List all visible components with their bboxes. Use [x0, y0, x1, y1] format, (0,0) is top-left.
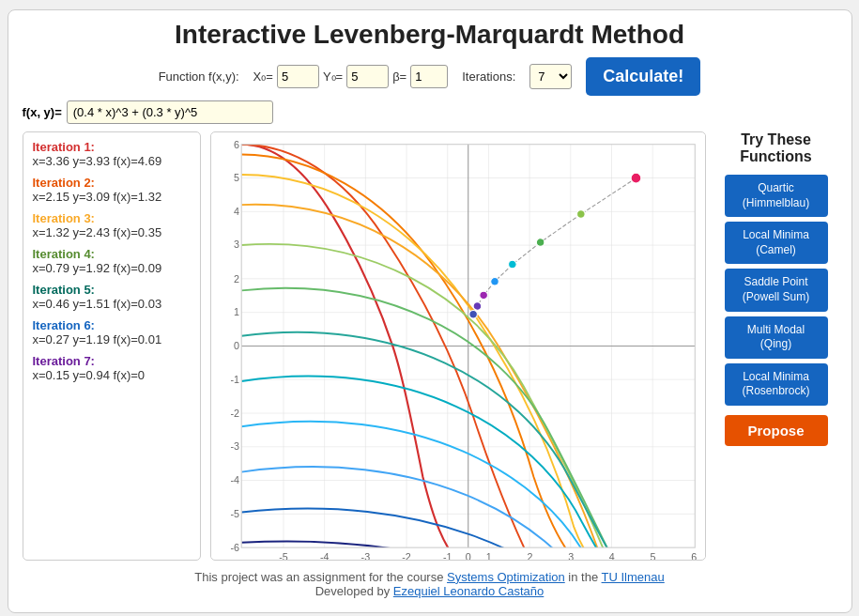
function-input[interactable]	[67, 100, 273, 124]
content-area: Iteration 1:x=3.36 y=3.93 f(x)=4.69Itera…	[23, 131, 837, 561]
footer: This project was an assignment for the c…	[23, 570, 837, 598]
svg-point-57	[631, 173, 641, 183]
svg-text:-4: -4	[230, 474, 239, 485]
iteration-label: Iteration 3:	[33, 211, 95, 225]
iteration-values: x=0.15 y=0.94 f(x)=0	[33, 368, 146, 382]
svg-text:2: 2	[234, 273, 239, 285]
svg-text:0: 0	[465, 551, 470, 560]
iterations-label: Iterations:	[462, 69, 515, 84]
beta-input[interactable]	[410, 65, 448, 88]
svg-text:6: 6	[691, 551, 697, 560]
main-container: Interactive Levenberg-Marquardt Method F…	[8, 9, 852, 613]
footer-link1[interactable]: Systems Optimization	[447, 570, 565, 584]
func-btn-qing[interactable]: Multi Modal (Qing)	[725, 316, 828, 359]
svg-text:1: 1	[234, 306, 239, 317]
iteration-label: Iteration 6:	[33, 318, 95, 332]
beta-label: β=	[392, 69, 406, 84]
svg-point-60	[508, 260, 516, 269]
iteration-item-6: Iteration 6:x=0.27 y=1.19 f(x)=0.01	[33, 318, 191, 346]
svg-point-59	[536, 239, 545, 247]
svg-text:-3: -3	[360, 551, 370, 560]
footer-text3: Developed by	[315, 584, 393, 598]
iteration-item-5: Iteration 5:x=0.46 y=1.51 f(x)=0.03	[33, 283, 191, 311]
function-label: Function f(x,y):	[159, 69, 239, 84]
svg-point-62	[479, 291, 487, 300]
x0-input[interactable]	[277, 65, 319, 88]
iteration-label: Iteration 4:	[33, 247, 95, 261]
func-btn-powell[interactable]: Saddle Point (Powell Sum)	[725, 269, 828, 311]
guess-group: X₀= Y₀= β=	[253, 65, 449, 88]
svg-text:-1: -1	[442, 551, 452, 560]
svg-text:-2: -2	[402, 551, 411, 560]
iteration-values: x=0.27 y=1.19 f(x)=0.01	[33, 332, 162, 346]
svg-text:-5: -5	[279, 551, 288, 560]
right-panel: Try These Functions Quartic (Himmelblau)…	[715, 131, 837, 561]
svg-text:0: 0	[234, 340, 239, 351]
function-row: f(x, y)=	[23, 100, 837, 124]
svg-text:-6: -6	[230, 542, 239, 553]
svg-text:-2: -2	[230, 408, 239, 419]
iteration-values: x=1.32 y=2.43 f(x)=0.35	[33, 225, 162, 239]
iteration-item-4: Iteration 4:x=0.79 y=1.92 f(x)=0.09	[33, 247, 191, 275]
iteration-item-2: Iteration 2:x=2.15 y=3.09 f(x)=1.32	[33, 176, 191, 204]
iteration-values: x=2.15 y=3.09 f(x)=1.32	[33, 190, 162, 204]
controls-row: Function f(x,y): X₀= Y₀= β= Guess Point:…	[23, 57, 837, 96]
y0-label: Y₀=	[323, 69, 343, 84]
svg-text:-1: -1	[230, 374, 239, 385]
svg-text:3: 3	[234, 239, 239, 250]
svg-text:5: 5	[234, 172, 239, 183]
iteration-values: x=0.79 y=1.92 f(x)=0.09	[33, 261, 162, 275]
iteration-values: x=0.46 y=1.51 f(x)=0.03	[33, 297, 162, 311]
func-btn-camel[interactable]: Local Minima (Camel)	[725, 222, 828, 264]
svg-text:6: 6	[234, 139, 239, 150]
footer-text2: in the	[565, 570, 602, 584]
svg-text:-5: -5	[230, 508, 239, 519]
iterations-panel: Iteration 1:x=3.36 y=3.93 f(x)=4.69Itera…	[23, 131, 201, 561]
svg-text:4: 4	[608, 551, 614, 560]
func-btn-quartic[interactable]: Quartic (Himmelblau)	[725, 175, 828, 217]
iteration-item-7: Iteration 7:x=0.15 y=0.94 f(x)=0	[33, 354, 191, 382]
iteration-label: Iteration 2:	[33, 176, 95, 190]
fx-prefix: f(x, y)=	[23, 105, 62, 119]
try-functions-title: Try These Functions	[715, 131, 837, 165]
svg-text:1: 1	[485, 551, 491, 560]
svg-text:5: 5	[650, 551, 655, 560]
func-btn-rosenbrock[interactable]: Local Minima (Rosenbrock)	[725, 363, 828, 406]
y0-input[interactable]	[346, 65, 389, 88]
iteration-item-1: Iteration 1:x=3.36 y=3.93 f(x)=4.69	[33, 140, 191, 168]
svg-text:2: 2	[527, 551, 532, 560]
svg-point-61	[490, 278, 499, 286]
svg-point-63	[473, 302, 482, 311]
svg-text:-3: -3	[230, 440, 239, 452]
svg-text:-4: -4	[319, 551, 329, 560]
iteration-label: Iteration 1:	[33, 140, 95, 154]
page-title: Interactive Levenberg-Marquardt Method	[23, 20, 837, 50]
x0-label: X₀=	[253, 69, 273, 84]
footer-link2[interactable]: TU Ilmenau	[602, 570, 665, 584]
svg-text:4: 4	[234, 206, 239, 217]
footer-link3[interactable]: Ezequiel Leonardo Castaño	[393, 584, 544, 598]
iteration-label: Iteration 5:	[33, 283, 95, 297]
svg-text:3: 3	[568, 551, 574, 560]
svg-point-58	[576, 210, 585, 219]
footer-text1: This project was an assignment for the c…	[194, 570, 447, 584]
iteration-label: Iteration 7:	[33, 354, 95, 368]
calculate-button[interactable]: Calculate!	[586, 57, 700, 96]
iteration-values: x=3.36 y=3.93 f(x)=4.69	[33, 154, 162, 168]
iteration-item-3: Iteration 3:x=1.32 y=2.43 f(x)=0.35	[33, 211, 191, 239]
plot-area: -5 -4 -3 -2 -1 0 1 2 3 4 5 6 5 4 3	[210, 131, 706, 561]
propose-button[interactable]: Propose	[725, 415, 828, 446]
iterations-select[interactable]: 7 1234 568910	[529, 64, 572, 89]
svg-point-64	[468, 311, 477, 319]
